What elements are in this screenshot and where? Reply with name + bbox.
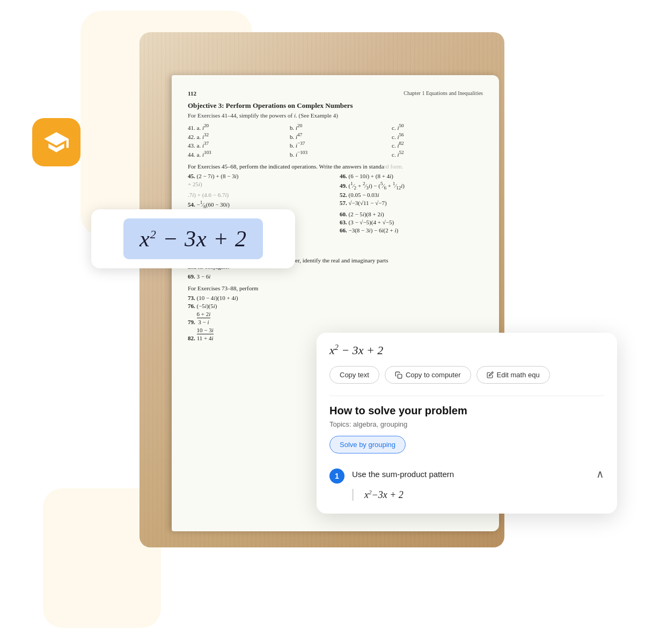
ex-54: 54. −1⁄6(60 − 30i) — [188, 200, 331, 209]
ex-66: 66. −3(8 − 3i) − 6i(2 + i) — [340, 227, 483, 235]
exercises-73-88-label: For Exercises 73–88, perform — [188, 285, 483, 291]
step-1-content: Use the sum-product pattern ∧ x2−3x + 2 — [352, 467, 604, 501]
ex-60: 60. (2 − 5i)(8 + 2i) — [340, 211, 483, 217]
solve-topics: Topics: algebra, grouping — [329, 420, 604, 428]
exercise-43c: c. i82 — [392, 141, 483, 149]
exercise-41c: c. i50 — [392, 123, 483, 131]
ex-46: 46. (6 − 10i) + (8 + 4i) — [340, 173, 483, 179]
solve-title: How to solve your problem — [329, 405, 604, 417]
step-1-row: 1 Use the sum-product pattern ∧ x2−3x + … — [329, 467, 604, 501]
exercise-44b: b. i−103 — [290, 150, 381, 158]
copy-text-button[interactable]: Copy text — [329, 366, 379, 384]
page-number: 112 — [188, 90, 196, 98]
math-highlight-box: x2 − 3x + 2 — [91, 209, 295, 268]
result-panel: x2 − 3x + 2 Copy text Copy to computer E… — [317, 333, 617, 514]
step-1-title: Use the sum-product pattern — [352, 470, 454, 479]
exercise-42b: b. i47 — [290, 132, 381, 140]
app-icon — [32, 118, 80, 166]
copy-computer-label: Copy to computer — [406, 371, 461, 379]
ex-57: 57. √−3(√11 − √−7) — [340, 200, 483, 209]
exercise-41b: b. i20 — [290, 123, 381, 131]
subtitle: For Exercises 41–44, simplify the powers… — [188, 112, 483, 119]
ex-45: 45. (2 − 7i) + (8 − 3i) — [188, 173, 331, 179]
result-equation: x2 − 3x + 2 — [329, 343, 604, 357]
edit-math-button[interactable]: Edit math equ — [476, 366, 550, 384]
step-1-formula: x2−3x + 2 — [352, 489, 604, 501]
exercise-44c: c. i52 — [392, 150, 483, 158]
ex-25i: + 25i) — [188, 181, 331, 191]
ex-82: 82. 10 − 3i11 + 4i — [188, 327, 331, 341]
solve-by-grouping-button[interactable]: Solve by grouping — [329, 436, 406, 453]
chapter-header: Chapter 1 Equations and Inequalities — [404, 90, 483, 96]
edit-math-label: Edit math equ — [497, 371, 540, 379]
math-highlight-expression: x2 − 3x + 2 — [123, 218, 263, 259]
education-icon — [43, 129, 70, 156]
step-1-number: 1 — [329, 469, 344, 484]
ex-7i: .7i) + (4.6 − 6.7i) — [188, 192, 331, 198]
solve-section: How to solve your problem Topics: algebr… — [329, 396, 604, 501]
exercise-42c: c. i56 — [392, 132, 483, 140]
exercise-42: 42. a. i32 — [188, 132, 279, 140]
ex-73: 73. (10 − 4i)(10 + 4i) — [188, 295, 331, 301]
ex-69: 69. 3 − 6i — [188, 273, 483, 280]
svg-rect-0 — [398, 374, 402, 378]
ex-79: 79. 6 + 2i3 − i — [188, 311, 331, 325]
copy-to-computer-button[interactable]: Copy to computer — [385, 366, 471, 384]
section-title: Objective 3: Perform Operations on Compl… — [188, 101, 483, 110]
result-buttons: Copy text Copy to computer Edit math equ — [329, 366, 604, 384]
exercise-43: 43. a. i37 — [188, 141, 279, 149]
ex-49: 49. (1⁄2 + 2⁄3i) − (5⁄6 + 1⁄12i) — [340, 181, 483, 191]
exercise-44: 44. a. i103 — [188, 150, 279, 158]
ex-63: 63. (3 − √−5)(4 + √−5) — [340, 219, 483, 225]
copy-icon — [395, 371, 402, 379]
ex-76: 76. (−5i)(5i) — [188, 303, 331, 309]
exercise-41: 41. a. i20 — [188, 123, 279, 131]
ex-52: 52. (0.05 − 0.03i — [340, 192, 483, 198]
pencil-icon — [487, 371, 494, 378]
exercises-45-68-label: For Exercises 45–68, perform the indicat… — [188, 163, 483, 170]
step-expand-icon[interactable]: ∧ — [596, 467, 604, 480]
exercise-43b: b. i−37 — [290, 141, 381, 149]
